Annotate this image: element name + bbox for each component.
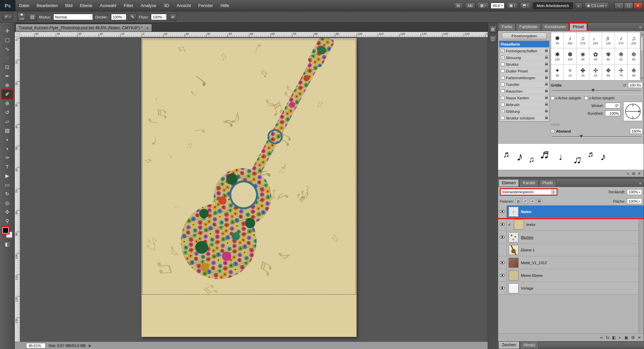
layer-name[interactable]: Metal_V1_1012: [521, 261, 547, 265]
brush-preset-tile[interactable]: ✱232: [551, 48, 564, 64]
tab-korrekturen[interactable]: Korrekturen: [541, 23, 569, 31]
visibility-toggle[interactable]: [498, 256, 507, 269]
quick-selection-tool[interactable]: ◌: [2, 53, 13, 62]
brush-preset-tile[interactable]: ♫232: [628, 32, 640, 48]
brush-preset-tile[interactable]: ✼60: [628, 48, 640, 64]
view-extras-button[interactable]: ▦▾: [477, 2, 488, 9]
vertical-ruler[interactable]: 0102030405060708090100110120130: [15, 37, 20, 342]
stroke-preview-toggle-icon[interactable]: ∿: [626, 171, 629, 176]
quick-mask-button[interactable]: ◧: [2, 240, 13, 249]
layer-row-noten[interactable]: ♪Noten: [498, 205, 644, 218]
lasso-tool[interactable]: ∿: [2, 44, 13, 53]
layer-thumbnail[interactable]: [514, 219, 524, 230]
3d-rotate-tool[interactable]: ↻: [2, 189, 13, 198]
brush-option-airbrush[interactable]: Airbrush: [499, 101, 549, 108]
eyedropper-tool[interactable]: ✒: [2, 71, 13, 81]
layer-thumbnail[interactable]: [508, 232, 519, 242]
brush-preset-tile[interactable]: ♫275: [577, 32, 589, 48]
marquee-tool[interactable]: ▢: [2, 35, 13, 44]
layer-thumbnail[interactable]: [508, 270, 519, 281]
layer-row-meine-ebene[interactable]: Meine Ebene: [498, 269, 644, 282]
opacity-field[interactable]: 100%▸: [111, 14, 126, 20]
pasteboard[interactable]: ♪♫♬♩♪♫♬♩♪♫♬♩♪♫♬♩♪♫♬♩♪♫♬♩♪♫♬♩♪♫♬♩♪♫♬♩♪♫♬♩…: [20, 37, 488, 342]
clone-stamp-tool[interactable]: ⊛: [2, 99, 13, 108]
eraser-tool[interactable]: ▱: [2, 117, 13, 126]
tab-kanaele[interactable]: Kanäle: [519, 179, 538, 187]
layer-row-textur[interactable]: ↙textur: [498, 218, 644, 231]
menu-hilfe[interactable]: Hilfe: [217, 0, 233, 11]
pen-tool[interactable]: ✑: [2, 153, 13, 162]
brush-option-struktur-sch-tzen[interactable]: Struktur schützen: [499, 115, 549, 121]
layer-style-icon[interactable]: fx: [606, 335, 609, 340]
tool-preset-picker[interactable]: ✐▾: [3, 14, 12, 20]
zoom-level-field[interactable]: 49,6▾: [491, 3, 504, 9]
layer-name[interactable]: Noten: [521, 210, 531, 214]
tab-pinsel[interactable]: Pinsel: [570, 23, 587, 31]
dodge-tool[interactable]: ◖: [2, 144, 13, 153]
layer-thumbnail[interactable]: [508, 283, 519, 293]
scroll-up-icon[interactable]: ▲: [641, 32, 643, 37]
spacing-slider[interactable]: [552, 135, 641, 138]
link-layers-icon[interactable]: ∞: [600, 335, 603, 340]
brush-preset-tile[interactable]: ✦65: [551, 64, 564, 80]
tablet-pressure-button[interactable]: ✎: [129, 13, 137, 20]
brush-option-dualer-pinsel[interactable]: Dualer Pinsel: [499, 68, 549, 74]
brush-preset-tile[interactable]: ♬115: [602, 32, 614, 48]
lock-transparency-icon[interactable]: ▨: [516, 199, 521, 204]
collapsed-panel-button-2[interactable]: ◫: [489, 35, 497, 43]
brush-grid-scrollbar[interactable]: ▲ ▼: [640, 32, 643, 81]
cs-live-button[interactable]: ◉CS Live▾: [584, 2, 609, 9]
layer-name[interactable]: Vorlage: [521, 286, 533, 290]
adjustment-layer-icon[interactable]: ◐: [619, 335, 621, 340]
brush-option-streuung[interactable]: ✓Streuung: [499, 54, 549, 61]
checkbox[interactable]: [501, 89, 504, 93]
status-zoom-field[interactable]: 49,61%: [26, 343, 46, 348]
brush-tool[interactable]: ✐: [2, 90, 13, 99]
layer-name[interactable]: textur: [526, 222, 536, 227]
checkbox[interactable]: [501, 83, 504, 86]
maximize-button[interactable]: ▢: [624, 2, 633, 9]
close-tab-icon[interactable]: ✕: [146, 26, 149, 30]
status-flyout-icon[interactable]: ▶: [89, 344, 91, 347]
tab-pfade[interactable]: Pfade: [539, 179, 556, 187]
reset-size-icon[interactable]: ↺: [623, 83, 626, 88]
visibility-toggle[interactable]: [498, 244, 507, 256]
lock-all-icon[interactable]: [537, 199, 542, 204]
layer-thumbnail[interactable]: [508, 258, 519, 268]
layer-mask-icon[interactable]: ◧: [612, 335, 616, 340]
palette-grip[interactable]: [3, 24, 12, 25]
scroll-down-icon[interactable]: ▼: [641, 76, 643, 80]
brush-preset-tile[interactable]: ❉59: [628, 64, 640, 80]
brush-option-transfer[interactable]: Transfer: [499, 81, 549, 88]
layer-thumbnail[interactable]: [508, 245, 519, 255]
menu-ebene[interactable]: Ebene: [76, 0, 96, 11]
brush-preset-picker[interactable]: 100: [17, 13, 26, 21]
layer-name[interactable]: Ebene 1: [521, 248, 535, 252]
menu-bearbeiten[interactable]: Bearbeiten: [33, 0, 61, 11]
lock-position-icon[interactable]: ✛: [530, 199, 535, 204]
new-brush-icon[interactable]: ⊞: [632, 171, 635, 176]
menu-analyse[interactable]: Analyse: [137, 0, 160, 11]
roundness-field[interactable]: 100%: [605, 110, 621, 116]
tab-farbe[interactable]: Farbe: [498, 23, 516, 31]
brush-preset-tile[interactable]: ✣23: [589, 64, 602, 80]
checkbox[interactable]: ✓: [501, 109, 504, 113]
zoom-tool[interactable]: ⚲: [2, 216, 13, 226]
checkbox[interactable]: [501, 76, 504, 80]
tab-absatz[interactable]: Absatz: [520, 341, 539, 349]
menu-3d[interactable]: 3D: [160, 0, 173, 11]
bridge-button[interactable]: Br: [454, 2, 463, 9]
angle-control[interactable]: [623, 102, 643, 121]
menu-auswahl[interactable]: Auswahl: [96, 0, 120, 11]
type-tool[interactable]: T: [2, 162, 13, 171]
menu-bild[interactable]: Bild: [61, 0, 76, 11]
panel-menu-icon[interactable]: ≡: [637, 25, 643, 31]
panel-menu-icon[interactable]: ≡: [637, 181, 643, 187]
document-tab[interactable]: Tutorial_Konzert-Flyer_Photoshop.psd bei…: [15, 24, 152, 32]
layer-row-ebene-1[interactable]: Ebene 1: [498, 244, 644, 256]
visibility-toggle[interactable]: [498, 218, 507, 231]
move-tool[interactable]: ✛: [2, 26, 13, 35]
visibility-toggle[interactable]: [498, 231, 507, 243]
airbrush-button[interactable]: ≋: [169, 13, 177, 20]
brush-presets-button[interactable]: Pinselvorgaben: [502, 33, 547, 39]
